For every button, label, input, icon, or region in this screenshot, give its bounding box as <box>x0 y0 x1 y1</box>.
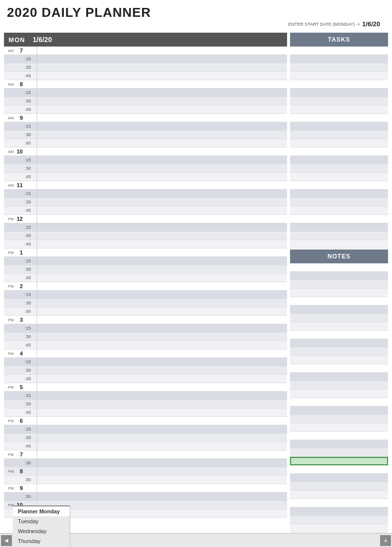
schedule-cell[interactable] <box>37 198 287 206</box>
task-row[interactable] <box>290 164 388 173</box>
time-row[interactable]: :30 <box>4 459 287 467</box>
time-row[interactable]: PM5 <box>4 383 287 392</box>
note-row[interactable] <box>290 507 388 516</box>
schedule-cell[interactable] <box>37 131 287 139</box>
schedule-cell[interactable] <box>37 223 287 231</box>
schedule-cell[interactable] <box>37 55 287 63</box>
schedule-cell[interactable] <box>37 484 287 492</box>
time-row[interactable]: AM9 <box>4 114 287 122</box>
time-row[interactable]: :45 <box>4 139 287 148</box>
time-row[interactable]: :30 <box>4 333 287 341</box>
time-row[interactable]: :30 <box>4 131 287 139</box>
note-row[interactable] <box>290 381 388 390</box>
time-row[interactable]: :45 <box>4 240 287 249</box>
schedule-cell[interactable] <box>37 89 287 97</box>
schedule-cell[interactable] <box>37 206 287 214</box>
task-row[interactable] <box>290 240 388 249</box>
task-row[interactable] <box>290 131 388 139</box>
schedule-cell[interactable] <box>37 181 287 189</box>
schedule-cell[interactable] <box>37 450 287 458</box>
note-row[interactable] <box>290 457 388 465</box>
task-row[interactable] <box>290 55 388 63</box>
schedule-cell[interactable] <box>37 349 287 357</box>
time-row[interactable]: PM8 <box>4 467 287 476</box>
schedule-cell[interactable] <box>37 400 287 408</box>
tab-wednesday[interactable]: Wednesday <box>13 526 70 536</box>
task-row[interactable] <box>290 232 388 240</box>
note-row[interactable] <box>290 491 388 499</box>
task-row[interactable] <box>290 148 388 156</box>
schedule-cell[interactable] <box>37 72 287 80</box>
start-date-value[interactable]: 1/6/20 <box>362 20 380 28</box>
note-row[interactable] <box>290 398 388 406</box>
schedule-cell[interactable] <box>37 148 287 155</box>
schedule-cell[interactable] <box>37 366 287 374</box>
time-row[interactable]: :30 <box>4 97 287 105</box>
note-row[interactable] <box>290 440 388 448</box>
time-row[interactable]: :30 <box>4 400 287 408</box>
time-row[interactable]: :15 <box>4 55 287 63</box>
time-row[interactable]: AM8 <box>4 80 287 89</box>
task-row[interactable] <box>290 223 388 232</box>
schedule-cell[interactable] <box>37 105 287 113</box>
schedule-cell[interactable] <box>37 215 287 223</box>
schedule-cell[interactable] <box>37 324 287 332</box>
schedule-cell[interactable] <box>37 375 287 383</box>
schedule-cell[interactable] <box>37 459 287 467</box>
time-row[interactable]: :30 <box>4 299 287 307</box>
schedule-cell[interactable] <box>37 257 287 265</box>
note-row[interactable] <box>290 415 388 423</box>
tab-planner-monday[interactable]: Planner Monday <box>13 505 70 516</box>
time-row[interactable]: :15 <box>4 257 287 265</box>
time-row[interactable]: :30 <box>4 476 287 484</box>
time-row[interactable]: :30 <box>4 164 287 173</box>
time-row[interactable]: :45 <box>4 72 287 80</box>
note-row[interactable] <box>290 289 388 297</box>
note-row[interactable] <box>290 524 388 533</box>
schedule-cell[interactable] <box>37 190 287 198</box>
schedule-cell[interactable] <box>37 493 287 500</box>
time-row[interactable]: PM2 <box>4 282 287 291</box>
time-row[interactable]: PM4 <box>4 349 287 358</box>
task-row[interactable] <box>290 105 388 114</box>
note-row[interactable] <box>290 305 388 314</box>
schedule-cell[interactable] <box>37 467 287 475</box>
note-row[interactable] <box>290 474 388 482</box>
schedule-cell[interactable] <box>37 97 287 105</box>
schedule-cell[interactable] <box>37 232 287 240</box>
note-row[interactable] <box>290 263 388 272</box>
task-row[interactable] <box>290 72 388 80</box>
note-row[interactable] <box>290 322 388 331</box>
task-row[interactable] <box>290 89 388 97</box>
time-row[interactable]: :15 <box>4 122 287 131</box>
task-row[interactable] <box>290 114 388 122</box>
note-row[interactable] <box>290 516 388 524</box>
note-row[interactable] <box>290 423 388 432</box>
task-row[interactable] <box>290 97 388 105</box>
schedule-cell[interactable] <box>37 265 287 273</box>
schedule-cell[interactable] <box>37 434 287 442</box>
time-row[interactable]: AM7 <box>4 47 287 55</box>
tab-tuesday[interactable]: Tuesday <box>13 516 70 526</box>
schedule-cell[interactable] <box>37 341 287 349</box>
note-row[interactable] <box>290 314 388 322</box>
task-row[interactable] <box>290 80 388 89</box>
note-row[interactable] <box>290 297 388 305</box>
time-row[interactable]: PM12 <box>4 215 287 223</box>
task-row[interactable] <box>290 63 388 72</box>
schedule-cell[interactable] <box>37 299 287 307</box>
tab-add-button[interactable]: + <box>380 535 391 546</box>
note-row[interactable] <box>290 356 388 364</box>
task-row[interactable] <box>290 181 388 190</box>
time-row[interactable]: :45 <box>4 307 287 316</box>
schedule-cell[interactable] <box>37 392 287 399</box>
task-row[interactable] <box>290 215 388 223</box>
schedule-cell[interactable] <box>37 63 287 71</box>
schedule-cell[interactable] <box>37 307 287 315</box>
time-row[interactable]: :30 <box>4 232 287 240</box>
time-row[interactable]: :45 <box>4 375 287 383</box>
schedule-cell[interactable] <box>37 442 287 450</box>
schedule-cell[interactable] <box>37 122 287 130</box>
note-row[interactable] <box>290 390 388 398</box>
time-row[interactable]: :15 <box>4 223 287 232</box>
